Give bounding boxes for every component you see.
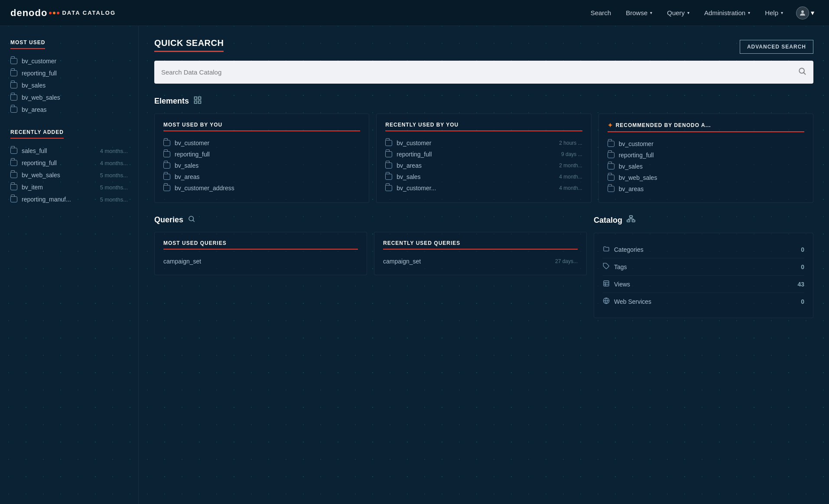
sidebar-item-label: reporting_manuf...: [22, 196, 71, 203]
card-item-left: bv_customer: [385, 140, 431, 146]
card-item-left: bv_areas: [163, 173, 200, 180]
nav-search[interactable]: Search: [585, 6, 618, 20]
list-item[interactable]: reporting_full: [608, 150, 804, 161]
list-item[interactable]: bv_customer 2 hours ...: [385, 137, 582, 149]
list-item[interactable]: bv_web_sales 5 months...: [10, 169, 128, 181]
folder-icon: [163, 151, 170, 157]
quick-search-title: QUICK SEARCH: [154, 38, 224, 52]
recommended-list: bv_customer reporting_full bv_sales: [608, 138, 804, 195]
queries-section: Queries MOST USED QUERIES campaign_set: [154, 215, 594, 318]
list-item[interactable]: reporting_full 9 days ...: [385, 149, 582, 160]
catalog-section-header: Catalog: [594, 215, 813, 226]
list-item[interactable]: bv_sales: [10, 79, 128, 91]
advanced-search-button[interactable]: ADVANCED SEARCH: [740, 40, 813, 54]
sidebar-item-left: bv_sales: [10, 82, 46, 89]
sidebar-item-label: bv_web_sales: [22, 94, 60, 101]
list-item[interactable]: campaign_set 27 days...: [383, 256, 578, 267]
card-item-left: bv_sales: [385, 173, 420, 180]
catalog-tree-icon: [627, 215, 635, 226]
folder-icon: [10, 82, 17, 88]
sidebar-item-left: reporting_manuf...: [10, 196, 71, 203]
list-item[interactable]: bv_customer: [163, 137, 360, 149]
catalog-section-title: Catalog: [594, 216, 622, 225]
list-item[interactable]: bv_customer... 4 month...: [385, 182, 582, 194]
sidebar-item-time: 4 months...: [100, 160, 128, 166]
folder-icon: [163, 174, 170, 180]
list-item[interactable]: bv_areas: [608, 183, 804, 195]
sidebar-item-label: bv_areas: [22, 106, 47, 113]
tag-icon: [603, 263, 610, 271]
recently-used-queries-card: RECENTLY USED QUERIES campaign_set 27 da…: [374, 232, 587, 275]
svg-rect-11: [632, 220, 635, 222]
card-item-label: bv_customer_address: [175, 185, 234, 192]
most-used-by-you-list: bv_customer reporting_full bv_sales: [163, 137, 360, 194]
nav-administration[interactable]: Administration ▾: [698, 6, 756, 20]
list-item[interactable]: campaign_set: [163, 256, 358, 267]
list-item[interactable]: bv_areas: [163, 171, 360, 182]
list-item[interactable]: bv_web_sales: [608, 172, 804, 183]
folder-icon: [385, 174, 392, 180]
recently-added-title: RECENTLY ADDED: [10, 129, 64, 139]
logo-dot-red: [49, 12, 52, 14]
search-button[interactable]: [798, 67, 806, 78]
list-item[interactable]: bv_customer: [10, 55, 128, 67]
catalog-item-webservices[interactable]: Web Services 0: [603, 293, 804, 310]
folder-icon: [163, 185, 170, 191]
queries-search-icon: [188, 215, 195, 225]
list-item[interactable]: bv_areas 2 month...: [385, 160, 582, 171]
recently-added-list: sales_full 4 months... reporting_full 4 …: [10, 145, 128, 205]
recommended-card: ✦ RECOMMENDED BY DENODO A... bv_customer…: [598, 114, 813, 203]
svg-rect-4: [198, 97, 201, 100]
recommended-label: RECOMMENDED BY DENODO A...: [616, 122, 711, 128]
help-chevron-icon: ▾: [781, 10, 783, 15]
list-item[interactable]: bv_areas: [10, 104, 128, 116]
list-item[interactable]: reporting_full: [163, 149, 360, 160]
user-menu[interactable]: ▾: [792, 4, 819, 22]
card-item-time: 2 month...: [559, 163, 582, 169]
most-used-queries-title: MOST USED QUERIES: [163, 240, 358, 250]
most-used-by-you-card: MOST USED BY YOU bv_customer reporting_f…: [154, 114, 369, 203]
queries-cards: MOST USED QUERIES campaign_set RECENTLY …: [154, 232, 587, 275]
recently-used-queries-title: RECENTLY USED QUERIES: [383, 240, 578, 250]
catalog-item-tags[interactable]: Tags 0: [603, 258, 804, 276]
nav-browse[interactable]: Browse ▾: [620, 6, 658, 20]
nav-query[interactable]: Query ▾: [661, 6, 696, 20]
svg-point-0: [801, 10, 804, 13]
card-item-label: reporting_full: [619, 152, 654, 159]
list-item[interactable]: bv_customer: [608, 138, 804, 150]
list-item[interactable]: reporting_full 4 months...: [10, 157, 128, 169]
folder-icon: [608, 141, 614, 147]
most-used-title: MOST USED: [10, 39, 45, 49]
elements-grid-icon: [193, 96, 202, 107]
list-item[interactable]: reporting_full: [10, 67, 128, 79]
sidebar-item-label: reporting_full: [22, 70, 57, 77]
queries-section-header: Queries: [154, 215, 587, 225]
list-item[interactable]: sales_full 4 months...: [10, 145, 128, 157]
catalog-item-left: Tags: [603, 263, 627, 271]
card-item-left: bv_sales: [163, 162, 198, 169]
card-item-time: 4 month...: [559, 185, 582, 191]
search-input[interactable]: [161, 61, 798, 84]
nav-search-label: Search: [591, 9, 611, 16]
most-used-list: bv_customer reporting_full bv_sales bv_w…: [10, 55, 128, 116]
recently-used-by-you-card: RECENTLY USED BY YOU bv_customer 2 hours…: [376, 114, 591, 203]
elements-cards-row: MOST USED BY YOU bv_customer reporting_f…: [154, 114, 813, 203]
list-item[interactable]: reporting_manuf... 5 months...: [10, 193, 128, 205]
nav-help[interactable]: Help ▾: [759, 6, 789, 20]
catalog-item-categories[interactable]: Categories 0: [603, 241, 804, 258]
list-item[interactable]: bv_sales 4 month...: [385, 171, 582, 182]
catalog-item-views[interactable]: Views 43: [603, 276, 804, 293]
list-item[interactable]: bv_item 5 months...: [10, 181, 128, 193]
logo-dots: [49, 12, 59, 14]
list-item[interactable]: bv_sales: [163, 160, 360, 171]
query-item-time: 27 days...: [555, 258, 578, 264]
logo-denodo-text: denodo: [10, 7, 47, 19]
list-item[interactable]: bv_web_sales: [10, 91, 128, 104]
sidebar-item-time: 5 months...: [100, 172, 128, 179]
logo: denodo DATA CATALOG: [10, 7, 116, 19]
query-item-label: campaign_set: [383, 258, 421, 265]
card-item-label: bv_sales: [175, 162, 198, 169]
sidebar-item-label: bv_web_sales: [22, 172, 60, 179]
list-item[interactable]: bv_customer_address: [163, 182, 360, 194]
list-item[interactable]: bv_sales: [608, 161, 804, 172]
